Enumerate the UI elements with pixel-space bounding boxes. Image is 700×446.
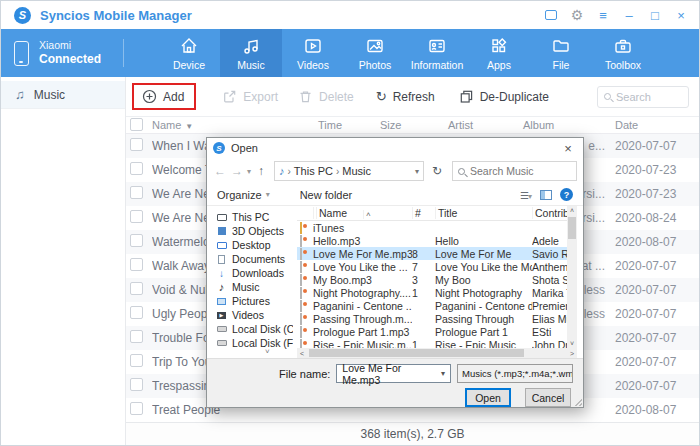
row-checkbox[interactable] xyxy=(130,162,143,175)
scroll-down-icon[interactable]: ˅ xyxy=(567,339,577,348)
scroll-up-icon[interactable]: ˄ xyxy=(567,206,577,215)
column-name[interactable]: Name▼ xyxy=(152,119,318,131)
row-checkbox[interactable] xyxy=(130,234,143,247)
column-time[interactable]: Time xyxy=(318,119,380,131)
preview-pane-icon[interactable] xyxy=(540,190,552,200)
history-caret-icon[interactable]: ▾ xyxy=(247,167,251,176)
minimize-button[interactable]: – xyxy=(621,7,637,23)
file-row[interactable]: iTunes xyxy=(297,221,569,234)
file-row[interactable]: Love You Like the ... 7 Love You Like th… xyxy=(297,260,569,273)
file-column-title[interactable]: Title xyxy=(435,207,532,219)
scroll-right-icon[interactable]: ˃ xyxy=(567,350,577,357)
dialog-close-button[interactable]: × xyxy=(559,141,577,156)
up-icon[interactable]: ↑ xyxy=(254,164,268,178)
tab-apps[interactable]: Apps xyxy=(468,29,530,77)
place-videos[interactable]: ▶Videos xyxy=(207,308,293,322)
maximize-button[interactable]: □ xyxy=(647,7,663,23)
file-column-num[interactable]: # xyxy=(412,207,435,219)
vertical-scroll-thumb[interactable] xyxy=(568,217,576,239)
file-column-artist[interactable]: Contributing xyxy=(532,207,569,219)
menu-icon[interactable]: ≡ xyxy=(595,7,611,23)
tab-device[interactable]: Device xyxy=(158,29,220,77)
file-type-combobox[interactable]: Musics (*.mp3;*.m4a;*.wma;*.w ▾ xyxy=(457,364,573,383)
file-row[interactable]: Passing Through.m... Passing Through Eli… xyxy=(297,312,569,325)
tab-file[interactable]: File xyxy=(530,29,592,77)
cancel-button[interactable]: Cancel xyxy=(525,388,571,407)
file-list-horizontal-scrollbar[interactable]: ˂ ˃ xyxy=(297,348,577,358)
file-list-vertical-scrollbar[interactable]: ˄ ˅ xyxy=(567,206,577,348)
scroll-left-icon[interactable]: ˂ xyxy=(297,350,307,357)
place-this-pc[interactable]: This PC xyxy=(207,210,293,224)
file-name-label: File name: xyxy=(279,368,330,380)
select-all-checkbox[interactable] xyxy=(130,118,143,131)
delete-button[interactable]: Delete xyxy=(298,89,354,104)
place-documents[interactable]: Documents xyxy=(207,252,293,266)
deduplicate-button[interactable]: De-Duplicate xyxy=(459,89,549,104)
dialog-search-box[interactable] xyxy=(452,161,577,181)
horizontal-scroll-thumb[interactable] xyxy=(309,349,524,357)
places-scroll-down-icon[interactable]: ˅ xyxy=(265,347,270,356)
feedback-icon[interactable] xyxy=(543,7,559,23)
place-local-disk-c[interactable]: Local Disk (C:) xyxy=(207,322,293,336)
dialog-search-input[interactable] xyxy=(470,165,571,177)
place-downloads[interactable]: ↓Downloads xyxy=(207,266,293,280)
settings-gear-icon[interactable]: ⚙ xyxy=(569,7,585,23)
refresh-button[interactable]: ↻ Refresh xyxy=(376,89,435,104)
file-row[interactable]: Rise - Epic Music.m... 1 Rise - Epic Mus… xyxy=(297,338,569,348)
row-checkbox[interactable] xyxy=(130,186,143,199)
dialog-refresh-icon[interactable]: ↻ xyxy=(427,161,447,181)
search-input[interactable] xyxy=(616,91,682,103)
row-checkbox[interactable] xyxy=(130,138,143,151)
file-title: My Boo xyxy=(435,274,532,286)
search-box[interactable] xyxy=(597,86,689,108)
row-checkbox[interactable] xyxy=(130,258,143,271)
place-music[interactable]: ♪Music xyxy=(207,280,293,294)
breadcrumb-this-pc[interactable]: This PC xyxy=(294,165,333,177)
file-column-name[interactable]: Name˄ xyxy=(313,207,412,219)
file-name-combobox[interactable]: Love Me For Me.mp3 ▾ xyxy=(336,364,451,383)
file-row[interactable]: Hello.mp3 Hello Adele xyxy=(297,234,569,247)
tab-photos[interactable]: Photos xyxy=(344,29,406,77)
view-options-button[interactable]: ☰▾ xyxy=(520,189,532,201)
place-local-disk-f[interactable]: Local Disk (F:) xyxy=(207,336,293,350)
tab-information[interactable]: Information xyxy=(406,29,468,77)
column-artist[interactable]: Artist xyxy=(448,119,523,131)
close-button[interactable]: × xyxy=(673,7,689,23)
breadcrumb[interactable]: ♪ › This PC › Music ▾ xyxy=(274,161,424,181)
column-album[interactable]: Album xyxy=(523,119,615,131)
tab-music[interactable]: Music xyxy=(220,29,282,77)
tab-videos[interactable]: Videos xyxy=(282,29,344,77)
file-name-caret-icon[interactable]: ▾ xyxy=(441,369,445,378)
column-date[interactable]: Date xyxy=(615,119,699,131)
back-icon[interactable]: ← xyxy=(213,164,227,178)
row-checkbox[interactable] xyxy=(130,378,143,391)
add-button[interactable]: Add xyxy=(132,83,196,110)
row-checkbox[interactable] xyxy=(130,402,143,415)
organize-button[interactable]: Organize xyxy=(217,189,262,201)
open-button[interactable]: Open xyxy=(465,388,511,407)
help-icon[interactable]: ? xyxy=(560,188,573,201)
row-checkbox[interactable] xyxy=(130,330,143,343)
place-pictures[interactable]: Pictures xyxy=(207,294,293,308)
row-checkbox[interactable] xyxy=(130,210,143,223)
resize-grip[interactable] xyxy=(572,396,582,406)
file-row[interactable]: Love Me For Me.mp3 8 Love Me For Me Savi… xyxy=(297,247,569,260)
export-button[interactable]: Export xyxy=(222,89,278,104)
row-checkbox[interactable] xyxy=(130,282,143,295)
row-checkbox[interactable] xyxy=(130,306,143,319)
file-row[interactable]: Night Photography.... 1 Night Photograph… xyxy=(297,286,569,299)
row-checkbox[interactable] xyxy=(130,354,143,367)
place-desktop[interactable]: Desktop xyxy=(207,238,293,252)
file-row[interactable]: My Boo.mp3 3 My Boo Shota Shimiz xyxy=(297,273,569,286)
tab-toolbox[interactable]: Toolbox xyxy=(592,29,654,77)
address-caret-icon[interactable]: ▾ xyxy=(415,167,419,176)
file-artist: Elias Music L xyxy=(532,313,569,325)
breadcrumb-music[interactable]: Music xyxy=(342,165,371,177)
file-row[interactable]: Prologue Part 1.mp3 Prologue Part 1 ESti xyxy=(297,325,569,338)
sidebar-item-music[interactable]: ♫ Music xyxy=(1,81,125,109)
file-row[interactable]: Paganini - Centone ... Paganini - Centon… xyxy=(297,299,569,312)
forward-icon[interactable]: → xyxy=(230,164,244,178)
place-3d-objects[interactable]: 3D Objects xyxy=(207,224,293,238)
column-size[interactable]: Size xyxy=(380,119,448,131)
new-folder-button[interactable]: New folder xyxy=(300,189,353,201)
